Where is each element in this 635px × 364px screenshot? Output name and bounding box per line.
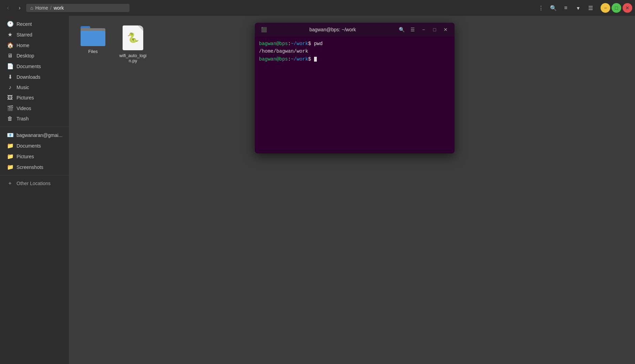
sidebar-item-label: Other Locations <box>17 181 51 186</box>
terminal-icon-button[interactable]: ⬛ <box>259 25 269 34</box>
terminal-titlebar: ⬛ bagwan@bps: ~/work 🔍 ☰ − □ ✕ <box>255 23 455 36</box>
sidebar-item-label: Home <box>17 43 29 48</box>
menu-button[interactable]: ⋮ <box>536 3 546 13</box>
sidebar-item-label: Trash <box>17 116 29 121</box>
sidebar-item-pictures[interactable]: 🖼 Pictures <box>1 93 67 103</box>
terminal-close-button[interactable]: ✕ <box>441 25 450 34</box>
window-controls: − □ ✕ <box>601 3 632 13</box>
music-icon: ♪ <box>7 84 13 90</box>
sidebar-item-videos[interactable]: 🎬 Videos <box>1 103 67 114</box>
terminal-menu-button[interactable]: ☰ <box>408 25 417 34</box>
documents-icon: 📄 <box>7 63 13 69</box>
sidebar-item-music[interactable]: ♪ Music <box>1 82 67 93</box>
forward-button[interactable]: › <box>14 3 25 13</box>
terminal-minimize-button[interactable]: − <box>419 25 428 34</box>
terminal-title: bagwan@bps: ~/work <box>269 27 397 32</box>
home-icon: ⌂ <box>30 5 33 11</box>
window-close-button[interactable]: ✕ <box>623 3 632 13</box>
sidebar-item-label: Pictures <box>17 154 34 159</box>
cloud-account-icon: 📧 <box>7 132 13 138</box>
terminal-body[interactable]: bagwan@bps:~/work$ pwd /home/bagwan/work… <box>255 36 455 153</box>
terminal-path: ~/work <box>291 41 308 46</box>
terminal-search-button[interactable]: 🔍 <box>397 25 406 34</box>
sidebar: 🕐 Recent ★ Starred 🏠 Home 🖥 Desktop 📄 Do… <box>0 16 69 364</box>
terminal-line-2: bagwan@bps:~/work$ <box>259 55 450 63</box>
sidebar-divider <box>0 127 69 127</box>
view-dropdown-button[interactable]: ▾ <box>573 3 583 13</box>
back-button[interactable]: ‹ <box>3 3 13 13</box>
search-button[interactable]: 🔍 <box>548 3 559 13</box>
terminal-dollar: $ <box>308 41 314 46</box>
sidebar-item-starred[interactable]: ★ Starred <box>1 29 67 40</box>
sidebar-item-other-locations[interactable]: + Other Locations <box>1 178 67 189</box>
terminal-output-1: /home/bagwan/work <box>259 47 450 55</box>
sidebar-item-label: Recent <box>17 21 32 27</box>
sidebar-item-home[interactable]: 🏠 Home <box>1 40 67 51</box>
titlebar-left: ‹ › ⌂ Home / work <box>3 3 129 13</box>
cloud-pictures-icon: 📁 <box>7 153 13 160</box>
titlebar: ‹ › ⌂ Home / work ⋮ 🔍 ≡ ▾ ☰ − □ ✕ <box>0 0 635 16</box>
sidebar-item-label: Music <box>17 85 29 90</box>
python-file-icon: 🐍 <box>123 25 143 50</box>
sidebar-item-label: Pictures <box>17 95 34 100</box>
breadcrumb-current: work <box>54 5 64 11</box>
breadcrumb[interactable]: ⌂ Home / work <box>26 4 129 12</box>
window-maximize-button[interactable]: □ <box>612 3 621 13</box>
home-icon: 🏠 <box>7 42 13 49</box>
sidebar-item-downloads[interactable]: ⬇ Downloads <box>1 72 67 82</box>
folder-icon <box>81 25 105 46</box>
terminal-titlebar-left: ⬛ <box>259 25 269 34</box>
videos-icon: 🎬 <box>7 105 13 111</box>
terminal-user-2: bagwan@bps <box>259 56 288 62</box>
sidebar-item-label: Downloads <box>17 74 40 80</box>
breadcrumb-home[interactable]: Home <box>35 5 48 11</box>
terminal-maximize-button[interactable]: □ <box>430 25 439 34</box>
sidebar-item-cloud-screenshots[interactable]: 📁 Screenshots <box>1 162 67 172</box>
terminal-output-text: /home/bagwan/work <box>259 49 308 54</box>
sidebar-item-label: Videos <box>17 106 31 111</box>
terminal-path-2: ~/work <box>291 56 308 62</box>
desktop-icon: 🖥 <box>7 53 13 59</box>
sidebar-item-recent[interactable]: 🕐 Recent <box>1 19 67 29</box>
sidebar-divider-2 <box>0 175 69 175</box>
window-minimize-button[interactable]: − <box>601 3 610 13</box>
view-details-button[interactable]: ☰ <box>585 3 596 13</box>
sidebar-item-label: Documents <box>17 64 41 69</box>
sidebar-item-label: Screenshots <box>17 164 43 170</box>
view-list-button[interactable]: ≡ <box>561 3 571 13</box>
downloads-icon: ⬇ <box>7 74 13 80</box>
python-snake-icon: 🐍 <box>127 33 139 43</box>
sidebar-item-desktop[interactable]: 🖥 Desktop <box>1 51 67 61</box>
titlebar-right: ⋮ 🔍 ≡ ▾ ☰ − □ ✕ <box>536 3 632 13</box>
terminal-dollar-2: $ <box>308 56 314 62</box>
other-locations-icon: + <box>7 180 13 186</box>
terminal-cursor <box>314 57 317 62</box>
terminal-window: ⬛ bagwan@bps: ~/work 🔍 ☰ − □ ✕ bagwan@bp… <box>255 23 455 153</box>
folder-front <box>81 31 105 46</box>
cloud-documents-icon: 📁 <box>7 142 13 149</box>
sidebar-item-label: Starred <box>17 32 32 38</box>
sidebar-item-cloud-documents[interactable]: 📁 Documents <box>1 140 67 151</box>
terminal-line-1: bagwan@bps:~/work$ pwd <box>259 40 450 47</box>
sidebar-item-label: Desktop <box>17 53 34 58</box>
content-area: Files 🐍 wifi_auto_login.py ⬛ bagwan@bps:… <box>69 16 635 364</box>
main-area: 🕐 Recent ★ Starred 🏠 Home 🖥 Desktop 📄 Do… <box>0 16 635 364</box>
file-item-files-folder[interactable]: Files <box>76 23 110 66</box>
pictures-icon: 🖼 <box>7 95 13 101</box>
sidebar-item-cloud-pictures[interactable]: 📁 Pictures <box>1 151 67 162</box>
file-label: wifi_auto_login.py <box>118 53 147 63</box>
trash-icon: 🗑 <box>7 116 13 122</box>
breadcrumb-separator: / <box>50 5 52 11</box>
terminal-titlebar-right: 🔍 ☰ − □ ✕ <box>397 25 450 34</box>
file-item-wifi-script[interactable]: 🐍 wifi_auto_login.py <box>116 23 150 66</box>
sidebar-item-documents[interactable]: 📄 Documents <box>1 61 67 72</box>
terminal-command: pwd <box>314 41 323 46</box>
terminal-user: bagwan@bps <box>259 41 288 46</box>
sidebar-item-cloud-account[interactable]: 📧 bagwanaran@gmai... <box>1 130 67 140</box>
sidebar-item-label: Documents <box>17 143 41 149</box>
sidebar-cloud-label: bagwanaran@gmai... <box>17 132 62 138</box>
file-label: Files <box>88 49 97 54</box>
sidebar-item-trash[interactable]: 🗑 Trash <box>1 114 67 124</box>
starred-icon: ★ <box>7 31 13 38</box>
cloud-screenshots-icon: 📁 <box>7 164 13 170</box>
